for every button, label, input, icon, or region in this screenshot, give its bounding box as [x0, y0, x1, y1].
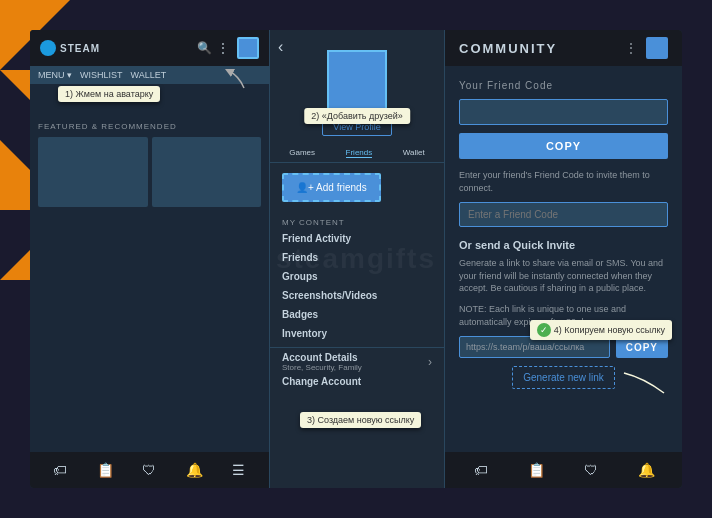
add-friends-button[interactable]: 👤+ Add friends	[282, 173, 381, 202]
quick-invite-title: Or send a Quick Invite	[459, 239, 668, 251]
bottom-nav-shield[interactable]: 🛡	[141, 462, 157, 478]
content-item-badges[interactable]: Badges	[282, 305, 432, 324]
account-section: Account Details Store, Security, Family …	[270, 347, 444, 395]
nav-wallet[interactable]: WALLET	[131, 70, 167, 80]
community-title: COMMUNITY	[459, 41, 557, 56]
chevron-right-icon: ›	[428, 355, 432, 369]
right-content: Your Friend Code COPY Enter your friend'…	[445, 66, 682, 403]
account-details-text: Account Details Store, Security, Family	[282, 352, 362, 372]
community-header: COMMUNITY ⋮	[445, 30, 682, 66]
add-friends-icon: 👤+	[296, 182, 314, 193]
search-icon[interactable]: 🔍	[197, 41, 211, 55]
bottom-nav-tag[interactable]: 🏷	[52, 462, 68, 478]
bottom-nav-bell[interactable]: 🔔	[186, 462, 202, 478]
left-panel: STEAM 🔍 ⋮ 1) Жмем на аватарку MENU ▾ WIS…	[30, 30, 270, 488]
right-bottom-bell[interactable]: 🔔	[638, 462, 654, 478]
steam-label: STEAM	[60, 43, 100, 54]
quick-invite-description: Generate a link to share via email or SM…	[459, 257, 668, 295]
annotation4-text: 4) Копируем новую ссылку	[554, 325, 665, 335]
featured-section: FEATURED & RECOMMENDED	[30, 114, 269, 215]
nav-bar: MENU ▾ WISHLIST WALLET	[30, 66, 269, 84]
tab-wallet[interactable]: Wallet	[403, 148, 425, 158]
content-item-friends[interactable]: Friends	[282, 248, 432, 267]
account-details-sublabel: Store, Security, Family	[282, 363, 362, 372]
right-bottom-tag[interactable]: 🏷	[473, 462, 489, 478]
friend-code-section-title: Your Friend Code	[459, 80, 668, 91]
steam-icon	[40, 40, 56, 56]
annotation-tooltip-4: ✓ 4) Копируем новую ссылку	[530, 320, 672, 340]
community-menu-icon[interactable]: ⋮	[624, 40, 638, 56]
tab-friends[interactable]: Friends	[346, 148, 373, 158]
main-container: STEAM 🔍 ⋮ 1) Жмем на аватарку MENU ▾ WIS…	[30, 30, 682, 488]
check-icon: ✓	[537, 323, 551, 337]
right-bottom-shield[interactable]: 🛡	[583, 462, 599, 478]
content-item-friend-activity[interactable]: Friend Activity	[282, 229, 432, 248]
enter-friend-code-input[interactable]	[459, 202, 668, 227]
profile-tabs: Games Friends Wallet	[270, 144, 444, 163]
bottom-nav-menu[interactable]: ☰	[231, 462, 247, 478]
profile-avatar	[327, 50, 387, 110]
annotation-tooltip-3: 3) Создаем новую ссылку	[300, 412, 421, 428]
change-account-item[interactable]: Change Account	[282, 372, 432, 391]
add-friends-label: Add friends	[316, 182, 367, 193]
steam-header: STEAM 🔍 ⋮	[30, 30, 269, 66]
steam-logo: STEAM	[40, 40, 100, 56]
content-list: Friend Activity Friends Groups Screensho…	[270, 229, 444, 343]
back-button[interactable]: ‹	[278, 38, 283, 56]
featured-label: FEATURED & RECOMMENDED	[38, 122, 261, 131]
content-item-inventory[interactable]: Inventory	[282, 324, 432, 343]
right-bottom-nav: 🏷 📋 🛡 🔔	[445, 452, 682, 488]
featured-card-2[interactable]	[152, 137, 262, 207]
annotation-tooltip-1: 1) Жмем на аватарку	[58, 86, 160, 102]
featured-cards	[38, 137, 261, 207]
friend-code-input[interactable]	[459, 99, 668, 125]
invite-description: Enter your friend's Friend Code to invit…	[459, 169, 668, 194]
content-item-groups[interactable]: Groups	[282, 267, 432, 286]
avatar[interactable]	[237, 37, 259, 59]
nav-menu[interactable]: MENU ▾	[38, 70, 72, 80]
generate-link-button[interactable]: Generate new link	[512, 366, 615, 389]
nav-wishlist[interactable]: WISHLIST	[80, 70, 123, 80]
left-bottom-nav: 🏷 📋 🛡 🔔 ☰	[30, 452, 269, 488]
tab-games[interactable]: Games	[289, 148, 315, 158]
community-avatar[interactable]	[646, 37, 668, 59]
right-bottom-list[interactable]: 📋	[528, 462, 544, 478]
annotation-tooltip-2: 2) «Добавить друзей»	[304, 108, 410, 124]
my-content-label: MY CONTENT	[270, 212, 444, 229]
bottom-nav-list[interactable]: 📋	[97, 462, 113, 478]
account-details-label: Account Details	[282, 352, 362, 363]
header-icons: 🔍 ⋮	[197, 37, 259, 59]
featured-card-1[interactable]	[38, 137, 148, 207]
middle-panel: ‹ 2) «Добавить друзей» View Profile Game…	[270, 30, 445, 488]
right-panel: COMMUNITY ⋮ Your Friend Code COPY Enter …	[445, 30, 682, 488]
content-item-screenshots[interactable]: Screenshots/Videos	[282, 286, 432, 305]
menu-icon[interactable]: ⋮	[217, 41, 231, 55]
account-details-item[interactable]: Account Details Store, Security, Family …	[282, 352, 432, 372]
copy-friend-code-button[interactable]: COPY	[459, 133, 668, 159]
